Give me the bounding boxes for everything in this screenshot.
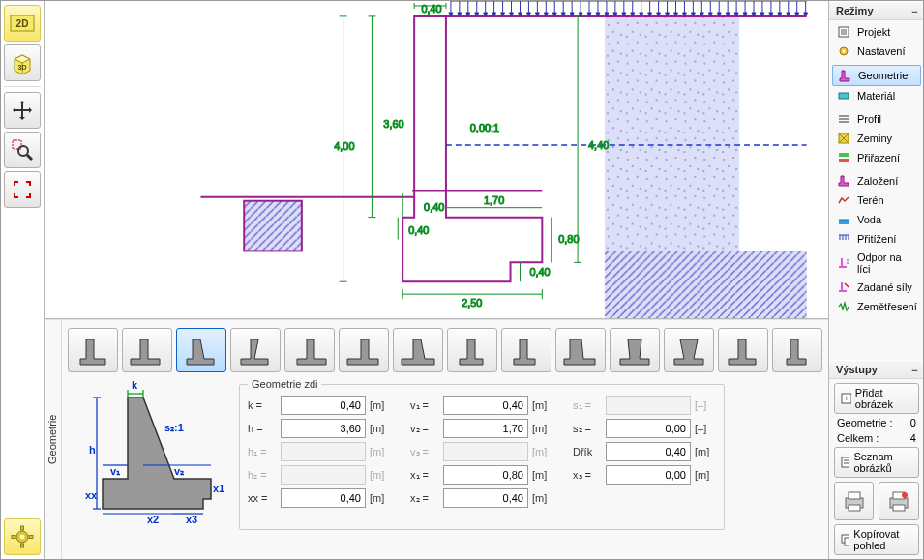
svg-text:0,40: 0,40 <box>424 201 444 213</box>
tree-geometrie[interactable]: Geometrie <box>832 65 921 86</box>
view-toolbar: 2D 3D <box>1 1 45 559</box>
svg-rect-171 <box>839 93 849 99</box>
tree-profil[interactable]: Profil <box>832 109 921 129</box>
svg-text:0,40: 0,40 <box>408 224 429 236</box>
right-panel: Režimy− Projekt Nastavení Geometrie Mate… <box>828 1 924 559</box>
svg-rect-200 <box>893 505 905 511</box>
picture-list-button[interactable]: Seznam obrázků <box>834 447 919 478</box>
svg-text:s₂:1: s₂:1 <box>164 422 184 433</box>
modes-header[interactable]: Režimy− <box>829 1 924 20</box>
shape-5[interactable] <box>284 328 335 372</box>
shape-preview: h k s₂:1 v₁ v₂ xx x2 x3 x1 <box>68 378 227 530</box>
svg-text:4,40: 4,40 <box>588 139 609 151</box>
gear-icon[interactable] <box>4 518 41 555</box>
input-x3[interactable] <box>606 465 691 485</box>
input-v1[interactable] <box>443 396 528 415</box>
btn-2d[interactable]: 2D <box>4 5 41 42</box>
shape-7[interactable] <box>393 328 443 372</box>
tree-sily[interactable]: Zadané síly <box>832 278 921 297</box>
svg-text:xx: xx <box>85 489 98 501</box>
tree-projekt[interactable]: Projekt <box>832 22 921 42</box>
input-drik[interactable] <box>606 442 691 461</box>
shape-14[interactable] <box>772 328 822 372</box>
tree-zalozeni[interactable]: Založení <box>832 171 921 191</box>
input-x2[interactable] <box>443 488 528 508</box>
shape-9[interactable] <box>501 328 551 372</box>
add-picture-button[interactable]: +Přidat obrázek <box>834 383 919 414</box>
svg-point-170 <box>843 50 846 53</box>
svg-rect-196 <box>849 492 860 499</box>
shape-4[interactable] <box>230 328 281 372</box>
svg-rect-13 <box>12 536 15 539</box>
shape-3[interactable] <box>176 328 226 372</box>
print-color-button[interactable] <box>879 482 918 520</box>
svg-rect-29 <box>244 201 302 251</box>
svg-text:0,40: 0,40 <box>421 3 441 15</box>
shape-6[interactable] <box>339 328 389 372</box>
tree-voda[interactable]: Voda <box>832 210 921 229</box>
shape-1[interactable] <box>68 328 118 372</box>
svg-text:x2: x2 <box>147 514 159 525</box>
outputs-header[interactable]: Výstupy− <box>829 360 924 379</box>
input-k[interactable] <box>281 396 366 415</box>
svg-rect-192 <box>842 457 849 467</box>
svg-text:0,00:1: 0,00:1 <box>470 122 499 133</box>
svg-text:v₂: v₂ <box>174 465 184 477</box>
svg-point-7 <box>18 146 28 156</box>
drawing-canvas[interactable]: 3,60 4,00 0,40 0,00:1 4,40 0,40 1,70 0,4… <box>45 1 828 319</box>
svg-text:2,50: 2,50 <box>462 297 482 309</box>
tree-pritizeni[interactable]: Přitížení <box>832 229 921 249</box>
svg-text:k: k <box>132 379 138 391</box>
shape-12[interactable] <box>664 328 714 372</box>
tree-nastaveni[interactable]: Nastavení <box>832 42 921 61</box>
svg-text:x3: x3 <box>186 514 197 525</box>
input-h2 <box>281 465 366 485</box>
svg-point-201 <box>902 492 908 498</box>
input-v2[interactable] <box>443 419 528 438</box>
shape-11[interactable] <box>610 328 660 372</box>
fieldset-legend: Geometrie zdi <box>248 378 321 390</box>
svg-text:0,40: 0,40 <box>529 266 550 278</box>
shape-selector <box>64 324 826 376</box>
shape-13[interactable] <box>718 328 768 372</box>
shape-8[interactable] <box>447 328 497 372</box>
svg-rect-12 <box>21 544 24 547</box>
svg-text:v₁: v₁ <box>110 465 121 477</box>
shape-10[interactable] <box>555 328 606 372</box>
svg-text:3,60: 3,60 <box>383 118 403 130</box>
svg-text:+: + <box>844 394 849 403</box>
input-xx[interactable] <box>281 488 366 508</box>
svg-rect-24 <box>605 251 807 318</box>
input-h1 <box>281 442 366 461</box>
input-s1 <box>606 396 691 415</box>
tree-zemet[interactable]: Zemětřesení <box>832 297 921 316</box>
tab-geometrie[interactable]: Geometrie <box>45 320 62 559</box>
fit-icon[interactable] <box>4 171 41 208</box>
btn-3d[interactable]: 3D <box>4 44 41 81</box>
print-button[interactable] <box>834 482 874 520</box>
geometry-fieldset: Geometrie zdi k =[m] h =[m] h₁ =[m] h₂ =… <box>239 378 725 530</box>
pan-icon[interactable] <box>4 92 41 129</box>
input-h[interactable] <box>281 419 366 438</box>
svg-rect-203 <box>845 538 849 545</box>
svg-text:0,80: 0,80 <box>558 233 579 245</box>
svg-rect-11 <box>21 526 24 530</box>
svg-rect-23 <box>605 16 739 251</box>
shape-2[interactable] <box>122 328 172 372</box>
svg-rect-14 <box>29 536 33 539</box>
tree-zeminy[interactable]: Zeminy <box>832 129 921 148</box>
svg-rect-178 <box>839 153 849 157</box>
svg-text:4,00: 4,00 <box>334 140 354 152</box>
tree-teren[interactable]: Terén <box>832 191 921 210</box>
svg-rect-180 <box>839 220 849 224</box>
svg-point-10 <box>20 535 25 540</box>
copy-view-button[interactable]: Kopírovat pohled <box>834 524 919 555</box>
input-v3 <box>443 442 528 461</box>
svg-text:1,70: 1,70 <box>484 194 504 206</box>
tree-odpor[interactable]: Odpor na líci <box>832 249 921 278</box>
zoom-icon[interactable] <box>4 132 41 168</box>
tree-material[interactable]: Materiál <box>832 86 921 105</box>
tree-prirazeni[interactable]: Přiřazení <box>832 148 921 167</box>
input-x1[interactable] <box>443 465 528 485</box>
input-s2[interactable] <box>606 419 691 438</box>
